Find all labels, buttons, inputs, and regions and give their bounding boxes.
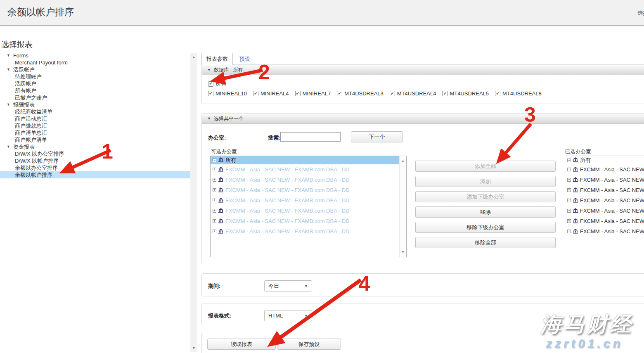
office-row[interactable]: + FXCMM - Asia - SAC NEW - FXAMB.com DBA… [211, 226, 406, 237]
checkbox-checked-icon[interactable] [208, 91, 213, 96]
transfer-button-label: 移除下级办公室 [467, 224, 504, 231]
tree-expand-icon[interactable]: ▼ [7, 67, 10, 71]
scroll-up-icon[interactable]: ▲ [190, 54, 197, 60]
checkbox-checked-icon[interactable] [337, 91, 342, 96]
database-checkbox-row[interactable]: MT4USDREAL4 [390, 90, 436, 97]
tree-item-label: Merchant Payout form [15, 59, 68, 66]
scroll-down-icon[interactable]: ▼ [190, 345, 197, 351]
scroll-down-icon[interactable]: ▼ [400, 249, 406, 255]
format-select[interactable]: HTML ▼ [264, 310, 312, 321]
office-row-label: FXCMM - Asia - SAC NEW - FXAMB.com DBA -… [225, 228, 349, 235]
database-checkbox-row[interactable]: MT4USDREAL8 [495, 90, 542, 97]
next-button[interactable]: 下一个 [351, 131, 403, 142]
tree-item[interactable]: ▼ Merchant Payout form [0, 59, 190, 66]
header-right-link[interactable]: 选择 [637, 9, 644, 17]
office-row[interactable]: + FXCMM - Asia - SAC NEW - FXAMB.com DBA… [565, 216, 644, 226]
tab-presets[interactable]: 预设 [236, 54, 254, 64]
checkbox-checked-icon[interactable] [495, 91, 500, 96]
office-row[interactable]: + FXCMM - Asia - SAC NEW - FXAMB.com DBA… [211, 195, 406, 206]
tree-item[interactable]: ▼ Forms [0, 52, 190, 59]
database-name-label: MINIREAL10 [215, 90, 247, 97]
expand-plus-icon[interactable]: + [213, 168, 216, 171]
tree-item[interactable]: ▼ 余额以办公室排序 [0, 164, 190, 171]
expand-plus-icon[interactable]: + [567, 230, 571, 233]
load-report-button[interactable]: 读取报表 [207, 339, 276, 350]
transfer-button[interactable]: 添加 [415, 176, 556, 187]
tree-expand-icon[interactable]: ▼ [7, 102, 10, 107]
database-checkbox-row[interactable]: MINIREAL4 [253, 90, 289, 97]
office-row[interactable]: + FXCMM - Asia - SAC NEW - FXAMB.com DBA… [565, 175, 644, 185]
transfer-button[interactable]: 移除 [415, 206, 556, 218]
office-row[interactable]: + FXCMM - Asia - SAC NEW - FXAMB.com DBA… [565, 206, 644, 216]
office-row[interactable]: + FXCMM - Asia - SAC NEW - FXAMB.com DBA… [211, 164, 406, 175]
list-scrollbar[interactable]: ▲ ▼ [399, 156, 406, 257]
office-row-label: FXCMM - Asia - SAC NEW - FXAMB.com DBA -… [225, 187, 349, 193]
database-section-header[interactable]: ▼ 数据库 - 所有 [202, 65, 644, 75]
scroll-up-icon[interactable]: ▲ [400, 158, 406, 164]
office-row[interactable]: + FXCMM - Asia - SAC NEW - FXAMB.com DBA… [211, 216, 406, 226]
office-root-row[interactable]: − 所有 [211, 156, 406, 164]
transfer-button[interactable]: 移除下级办公室 [415, 222, 556, 233]
transfer-button[interactable]: 添加全部 [415, 161, 556, 172]
tree-item[interactable]: ▼ 商户缴款总汇 [0, 122, 190, 129]
tree-item[interactable]: ▼ D/W/X 以办公室排序 [0, 150, 190, 157]
checkbox-checked-icon[interactable] [442, 91, 447, 96]
period-select[interactable]: 今日 ▼ [264, 280, 312, 291]
tree-expand-icon[interactable]: ▼ [7, 53, 10, 57]
expand-plus-icon[interactable]: + [213, 219, 216, 223]
database-checkbox-row[interactable]: MT4USDREAL5 [442, 90, 489, 97]
database-all-checkbox-row[interactable]: 所有 [208, 80, 226, 88]
tree-item[interactable]: ▼ 经纪商收益清单 [0, 108, 190, 115]
search-input[interactable] [280, 132, 341, 142]
database-checkbox-row[interactable]: MT4USDREAL3 [337, 90, 384, 97]
database-checkbox-row[interactable]: MINIREAL10 [208, 90, 247, 97]
expand-plus-icon[interactable]: + [567, 178, 571, 182]
tree-item[interactable]: ▼ 报酬报表 [0, 101, 190, 108]
database-checkbox-row[interactable]: MINIREAL7 [295, 90, 331, 97]
tree-expand-icon[interactable]: ▼ [7, 145, 10, 149]
tree-scrollbar[interactable]: ▲ ▼ [190, 53, 197, 352]
bank-icon [218, 157, 223, 162]
tree-item[interactable]: ▼ 商户清单总汇 [0, 129, 190, 136]
expand-plus-icon[interactable]: + [567, 219, 571, 223]
tree-item[interactable]: ▼ 商户活动总汇 [0, 115, 190, 122]
checkbox-checked-icon[interactable] [253, 91, 258, 96]
office-root-label: 所有 [225, 156, 236, 164]
tab-report-params[interactable]: 报表参数 [201, 53, 233, 65]
office-row[interactable]: + FXCMM - Asia - SAC NEW - FXAMB.com DBA… [565, 164, 644, 175]
office-section-header[interactable]: ▼ 选择其中一个 [202, 114, 644, 124]
tree-item[interactable]: ▼ D/W/X 以帐户排序 [0, 157, 190, 164]
tree-item[interactable]: ▼ 活跃帐户 [0, 66, 190, 73]
expand-plus-icon[interactable]: + [213, 230, 216, 233]
collapse-minus-icon[interactable]: − [567, 159, 571, 162]
expand-plus-icon[interactable]: + [213, 188, 216, 192]
office-row[interactable]: + FXCMM - Asia - SAC NEW - FXAMB.com DBA… [211, 206, 406, 216]
collapse-minus-icon[interactable]: − [213, 159, 216, 162]
expand-plus-icon[interactable]: + [213, 199, 216, 202]
tree-item[interactable]: ▼ 资金报表 [0, 143, 190, 150]
expand-plus-icon[interactable]: + [213, 209, 216, 213]
office-row[interactable]: + FXCMM - Asia - SAC NEW - FXAMB.com DBA… [565, 195, 644, 206]
office-row[interactable]: + FXCMM - Asia - SAC NEW - FXAMB.com DBA… [565, 226, 644, 237]
tree-item[interactable]: ▼ 所有帐户 [0, 87, 190, 94]
expand-plus-icon[interactable]: + [567, 168, 571, 171]
tree-item[interactable]: ▼ 已撤户之账户 [0, 94, 190, 101]
tree-item[interactable]: ▼ 活跃帐户 [0, 80, 190, 87]
office-row[interactable]: + FXCMM - Asia - SAC NEW - FXAMB.com DBA… [211, 185, 406, 195]
save-preset-button[interactable]: 保存预设 [277, 339, 341, 350]
office-root-row[interactable]: − 所有 [565, 156, 644, 164]
checkbox-checked-icon[interactable] [295, 91, 301, 96]
expand-plus-icon[interactable]: + [213, 178, 216, 182]
checkbox-checked-icon[interactable] [390, 91, 395, 96]
tree-item[interactable]: ▼ 待处理账户 [0, 73, 190, 80]
expand-plus-icon[interactable]: + [567, 199, 571, 202]
office-row[interactable]: + FXCMM - Asia - SAC NEW - FXAMB.com DBA… [211, 175, 406, 185]
tree-item[interactable]: ▼ 商户帐户清单 [0, 136, 190, 143]
office-row[interactable]: + FXCMM - Asia - SAC NEW - FXAMB.com DBA… [565, 185, 644, 195]
transfer-button[interactable]: 添加下级办公室 [415, 191, 556, 202]
expand-plus-icon[interactable]: + [567, 188, 571, 192]
expand-plus-icon[interactable]: + [567, 209, 571, 213]
checkbox-checked-icon[interactable] [208, 81, 213, 87]
transfer-button[interactable]: 移除全部 [415, 237, 556, 248]
tree-item[interactable]: ▼ 余额以帐户排序 [0, 171, 190, 178]
